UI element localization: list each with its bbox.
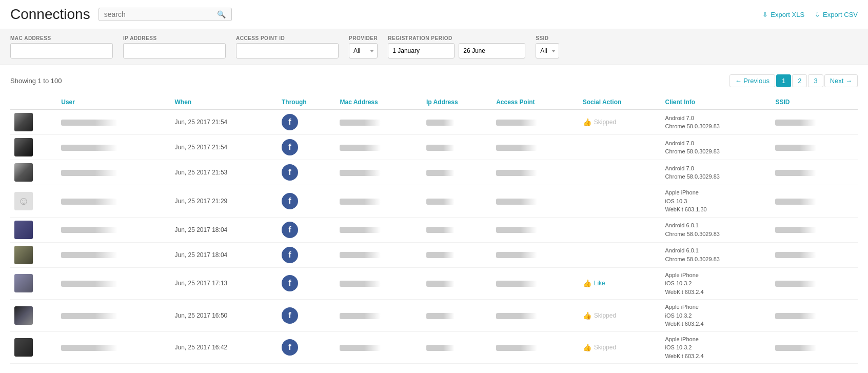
ip-address-blurred bbox=[426, 313, 455, 319]
thumbs-up-icon: 👍 bbox=[583, 279, 591, 287]
avatar-cell bbox=[10, 160, 57, 185]
ip-address-label: IP ADDRESS bbox=[123, 35, 226, 41]
thumbs-up-skipped-icon: 👍 bbox=[583, 118, 591, 126]
ip-address-blurred bbox=[426, 199, 455, 205]
thumbs-up-skipped-icon: 👍 bbox=[583, 311, 591, 320]
mac-address-blurred bbox=[340, 345, 381, 351]
access-point-cell bbox=[492, 242, 579, 267]
previous-page-button[interactable]: ← Previous bbox=[729, 74, 775, 87]
mac-address-input[interactable] bbox=[10, 43, 113, 58]
ssid-cell bbox=[771, 331, 858, 364]
client-info-line1: Apple iPhone bbox=[665, 335, 767, 344]
export-xls-button[interactable]: ⇩ Export XLS bbox=[762, 11, 804, 18]
access-point-id-input[interactable] bbox=[236, 43, 339, 58]
social-action-cell bbox=[579, 217, 661, 242]
col-through[interactable]: Through bbox=[278, 95, 336, 109]
avatar-cell bbox=[10, 217, 57, 242]
client-info-line2: iOS 10.3.2 bbox=[665, 311, 767, 320]
ip-address-blurred bbox=[426, 145, 455, 151]
page-1-button[interactable]: 1 bbox=[776, 74, 791, 87]
ip-address-filter: IP ADDRESS bbox=[123, 35, 226, 58]
client-info-line1: Android 6.0.1 bbox=[665, 221, 767, 230]
social-action-like: 👍 Like bbox=[583, 279, 657, 287]
table-row: Jun, 25 2017 18:04 f Android 6.0.1 Chrom… bbox=[10, 217, 858, 242]
client-info-line2: Chrome 58.0.3029.83 bbox=[665, 230, 767, 239]
facebook-icon: f bbox=[282, 307, 298, 324]
table-row: Jun, 25 2017 16:42 f 👍 Skipped Apple iPh… bbox=[10, 331, 858, 364]
user-cell bbox=[57, 160, 170, 185]
client-info-line1: Apple iPhone bbox=[665, 188, 767, 197]
ssid-select[interactable]: All bbox=[536, 43, 559, 58]
ssid-cell bbox=[771, 217, 858, 242]
ip-address-input[interactable] bbox=[123, 43, 226, 58]
avatar bbox=[14, 138, 33, 156]
col-ssid[interactable]: SSID bbox=[771, 95, 858, 109]
col-user[interactable]: User bbox=[57, 95, 170, 109]
ssid-blurred bbox=[775, 313, 816, 319]
user-cell bbox=[57, 135, 170, 160]
download-csv-icon: ⇩ bbox=[815, 11, 820, 18]
mac-address-blurred bbox=[340, 313, 381, 319]
access-point-blurred bbox=[496, 313, 537, 319]
next-page-button[interactable]: Next → bbox=[824, 74, 858, 87]
page-3-button[interactable]: 3 bbox=[808, 74, 823, 87]
client-info-cell: Android 6.0.1 Chrome 58.0.3029.83 bbox=[661, 217, 771, 242]
ssid-blurred bbox=[775, 199, 816, 205]
user-name-blurred bbox=[61, 313, 117, 319]
table-row: Jun, 25 2017 16:50 f 👍 Skipped Apple iPh… bbox=[10, 300, 858, 332]
col-mac-address[interactable]: Mac Address bbox=[336, 95, 422, 109]
avatar bbox=[14, 274, 33, 292]
user-name-blurred bbox=[61, 120, 117, 126]
page-title: Connections bbox=[10, 6, 90, 23]
user-cell bbox=[57, 185, 170, 218]
reg-from-input[interactable] bbox=[388, 43, 455, 58]
client-info-line2: Chrome 58.0.3029.83 bbox=[665, 172, 767, 181]
mac-address-cell bbox=[336, 331, 422, 364]
client-info-cell: Android 6.0.1 Chrome 58.0.3029.83 bbox=[661, 242, 771, 267]
ssid-blurred bbox=[775, 281, 816, 287]
person-icon: ☺ bbox=[18, 194, 29, 208]
access-point-cell bbox=[492, 300, 579, 332]
col-when[interactable]: When bbox=[170, 95, 278, 109]
ip-address-blurred bbox=[426, 120, 455, 126]
col-ip-address[interactable]: Ip Address bbox=[422, 95, 492, 109]
when-cell: Jun, 25 2017 21:54 bbox=[170, 109, 278, 135]
client-info-cell: Apple iPhone iOS 10.3 WebKit 603.1.30 bbox=[661, 185, 771, 218]
avatar-cell: ☺ bbox=[10, 185, 57, 218]
through-cell: f bbox=[278, 242, 336, 267]
when-cell: Jun, 25 2017 16:50 bbox=[170, 300, 278, 332]
through-cell: f bbox=[278, 331, 336, 364]
mac-address-label: MAC ADDRESS bbox=[10, 35, 113, 41]
ip-address-cell bbox=[422, 160, 492, 185]
client-info: Android 7.0 Chrome 58.0.3029.83 bbox=[665, 164, 767, 181]
access-point-cell bbox=[492, 217, 579, 242]
mac-address-filter: MAC ADDRESS bbox=[10, 35, 113, 58]
ip-address-cell bbox=[422, 217, 492, 242]
skipped-label: Skipped bbox=[594, 119, 616, 126]
ssid-cell bbox=[771, 160, 858, 185]
provider-select[interactable]: All bbox=[349, 43, 378, 58]
table-header: User When Through Mac Address Ip Address… bbox=[10, 95, 858, 109]
mac-address-blurred bbox=[340, 227, 381, 233]
registration-period-filter: REGISTRATION PERIOD bbox=[388, 35, 525, 58]
client-info-line2: iOS 10.3.2 bbox=[665, 343, 767, 352]
client-info: Apple iPhone iOS 10.3.2 WebKit 603.2.4 bbox=[665, 303, 767, 328]
search-input[interactable] bbox=[104, 10, 217, 18]
client-info-line2: Chrome 58.0.3029.83 bbox=[665, 147, 767, 156]
ip-address-cell bbox=[422, 185, 492, 218]
avatar-cell bbox=[10, 135, 57, 160]
page-2-button[interactable]: 2 bbox=[792, 74, 807, 87]
registration-period-inputs bbox=[388, 43, 525, 58]
col-social-action[interactable]: Social Action bbox=[579, 95, 661, 109]
table-row: Jun, 25 2017 17:13 f 👍 Like Apple iPhone… bbox=[10, 267, 858, 300]
access-point-blurred bbox=[496, 252, 537, 258]
col-client-info[interactable]: Client Info bbox=[661, 95, 771, 109]
export-csv-button[interactable]: ⇩ Export CSV bbox=[815, 11, 858, 18]
reg-to-input[interactable] bbox=[459, 43, 525, 58]
facebook-icon: f bbox=[282, 164, 298, 181]
user-name-blurred bbox=[61, 170, 117, 176]
main-content: Showing 1 to 100 ← Previous 1 2 3 Next →… bbox=[0, 65, 868, 369]
client-info-line3: WebKit 603.2.4 bbox=[665, 320, 767, 328]
col-access-point[interactable]: Access Point bbox=[492, 95, 579, 109]
search-box: 🔍 bbox=[98, 8, 232, 21]
